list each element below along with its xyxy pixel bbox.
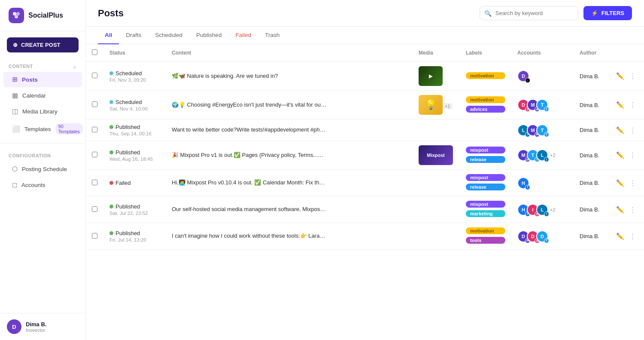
accounts-cell: H f I ◎ L i +2 xyxy=(511,196,574,223)
edit-button[interactable]: ✏️ xyxy=(614,71,626,81)
status-cell: Failed xyxy=(103,170,166,196)
account-avatar-wrap: L i xyxy=(539,204,548,216)
posts-icon: ⊞ xyxy=(12,76,18,83)
label-chip: mixpost xyxy=(466,147,505,153)
tab-drafts[interactable]: Drafts xyxy=(119,27,148,44)
content-text: I can't imagine how I could work without… xyxy=(172,232,326,240)
platform-badge: T xyxy=(544,238,549,243)
label-chip: release xyxy=(466,156,505,163)
svg-text:▶: ▶ xyxy=(429,73,433,79)
row-checkbox[interactable] xyxy=(92,73,97,78)
status-text: Scheduled xyxy=(115,99,142,105)
plus-icon: ⊕ xyxy=(13,42,18,48)
content-cell: Want to write better code?Write tests!#a… xyxy=(166,119,413,141)
content-cell: Hi,🧑‍💻 Mixpost Pro v0.10.4 is out. ✅ Cal… xyxy=(166,170,413,196)
row-checkbox[interactable] xyxy=(92,127,97,132)
sidebar-item-templates[interactable]: ⬜ Templates 90 Templates xyxy=(3,119,82,138)
accounts-plus-count: +2 xyxy=(550,207,556,212)
sidebar-item-accounts[interactable]: ◻ Accounts xyxy=(3,177,82,193)
more-button[interactable]: ⋮ xyxy=(627,150,638,160)
content-section-label: Content + xyxy=(0,58,85,71)
edit-button[interactable]: ✏️ xyxy=(614,100,626,110)
label-chip: motivation xyxy=(466,96,505,103)
edit-button[interactable]: ✏️ xyxy=(614,125,626,135)
tab-failed[interactable]: Failed xyxy=(228,27,258,44)
status-dot xyxy=(109,125,113,129)
accounts-plus-count: +2 xyxy=(550,153,556,158)
tabs-bar: All Drafts Scheduled Published Failed Tr… xyxy=(86,27,644,44)
status-text: Failed xyxy=(115,180,131,186)
more-button[interactable]: ⋮ xyxy=(627,205,638,215)
label-chip: mixpost xyxy=(466,201,505,208)
media-thumbnail: Mixpost xyxy=(419,145,453,165)
filters-button[interactable]: ⚡ FILTERS xyxy=(583,6,632,20)
platform-badge: T xyxy=(544,107,549,112)
platform-badge: ♪ xyxy=(525,78,530,83)
edit-button[interactable]: ✏️ xyxy=(614,205,626,215)
accounts-label: Accounts xyxy=(21,182,46,188)
select-all-checkbox[interactable] xyxy=(92,49,97,55)
media-thumbnail: 💡 xyxy=(419,95,443,115)
author-name: Dima B. xyxy=(580,180,599,186)
label-chip: motivation xyxy=(466,72,505,79)
media-cell: 💡 +1 xyxy=(413,91,460,119)
status-badge: Published xyxy=(109,230,160,236)
actions-cell: ✏️ ⋮ xyxy=(608,91,644,119)
status-text: Scheduled xyxy=(115,70,142,77)
more-button[interactable]: ⋮ xyxy=(627,71,638,81)
status-date: Sat, Nov 4, 10:00 xyxy=(109,106,160,111)
media-cell xyxy=(413,170,460,196)
edit-button[interactable]: ✏️ xyxy=(614,150,626,160)
edit-button[interactable]: ✏️ xyxy=(614,178,626,188)
table-row: Published Fri, Jul 14, 13:20 I can't ima… xyxy=(86,223,644,250)
sidebar-item-calendar[interactable]: ▦ Calendar xyxy=(3,88,82,103)
search-input[interactable] xyxy=(480,6,578,20)
row-checkbox[interactable] xyxy=(92,101,97,107)
status-badge: Scheduled xyxy=(109,99,160,105)
tab-all[interactable]: All xyxy=(98,27,119,44)
configuration-section: Configuration ⬡ Posting Schedule ◻ Accou… xyxy=(0,148,85,193)
author-cell: Dima B. xyxy=(574,141,608,170)
content-cell: 🎉 Mixpost Pro v1 is out.✅ Pages (Privacy… xyxy=(166,141,413,170)
edit-button[interactable]: ✏️ xyxy=(614,231,626,242)
more-button[interactable]: ⋮ xyxy=(627,231,638,242)
status-badge: Published xyxy=(109,124,160,130)
tab-trash[interactable]: Trash xyxy=(258,27,286,44)
author-name: Dima B. xyxy=(580,127,599,133)
sidebar-item-posting-schedule[interactable]: ⬡ Posting Schedule xyxy=(3,161,82,177)
sidebar-item-media-library[interactable]: ◫ Media Library xyxy=(3,104,82,119)
create-post-button[interactable]: ⊕ CREATE POST xyxy=(7,37,79,52)
row-checkbox-cell xyxy=(86,91,103,119)
row-checkbox[interactable] xyxy=(92,206,97,212)
logo-area: SocialPlus xyxy=(0,0,85,31)
table-row: Scheduled Fri, Nov 3, 09:20 🌿🦋 Nature is… xyxy=(86,62,644,91)
status-cell: Published Thu, Sep 14, 00:16 xyxy=(103,119,166,141)
row-checkbox[interactable] xyxy=(92,180,97,185)
row-checkbox[interactable] xyxy=(92,152,97,157)
actions-cell: ✏️ ⋮ xyxy=(608,170,644,196)
content-cell: 🌿🦋 Nature is speaking. Are we tuned in? xyxy=(166,62,413,91)
search-wrap: 🔍 xyxy=(480,6,578,20)
label-chip: advices xyxy=(466,106,505,113)
status-badge: Published xyxy=(109,203,160,210)
tab-scheduled[interactable]: Scheduled xyxy=(148,27,189,44)
account-avatar-wrap: H f xyxy=(517,177,529,189)
th-content: Content xyxy=(166,44,413,62)
sidebar-item-posts[interactable]: ⊞ Posts xyxy=(3,72,82,87)
author-name: Dima B. xyxy=(580,233,599,239)
author-name: Dima B. xyxy=(580,152,599,159)
tab-published[interactable]: Published xyxy=(189,27,228,44)
svg-point-0 xyxy=(13,12,16,15)
svg-point-2 xyxy=(15,15,18,18)
more-button[interactable]: ⋮ xyxy=(627,178,638,188)
media-cell: Mixpost xyxy=(413,141,460,170)
more-button[interactable]: ⋮ xyxy=(627,125,638,135)
accounts-cell: D M D ◎ D T xyxy=(511,223,574,250)
table-row: Failed Hi,🧑‍💻 Mixpost Pro v0.10.4 is out… xyxy=(86,170,644,196)
more-button[interactable]: ⋮ xyxy=(627,100,638,110)
row-checkbox[interactable] xyxy=(92,233,97,239)
status-badge: Scheduled xyxy=(109,70,160,77)
author-cell: Dima B. xyxy=(574,170,608,196)
th-author: Author xyxy=(574,44,608,62)
filter-icon: ⚡ xyxy=(591,10,598,16)
